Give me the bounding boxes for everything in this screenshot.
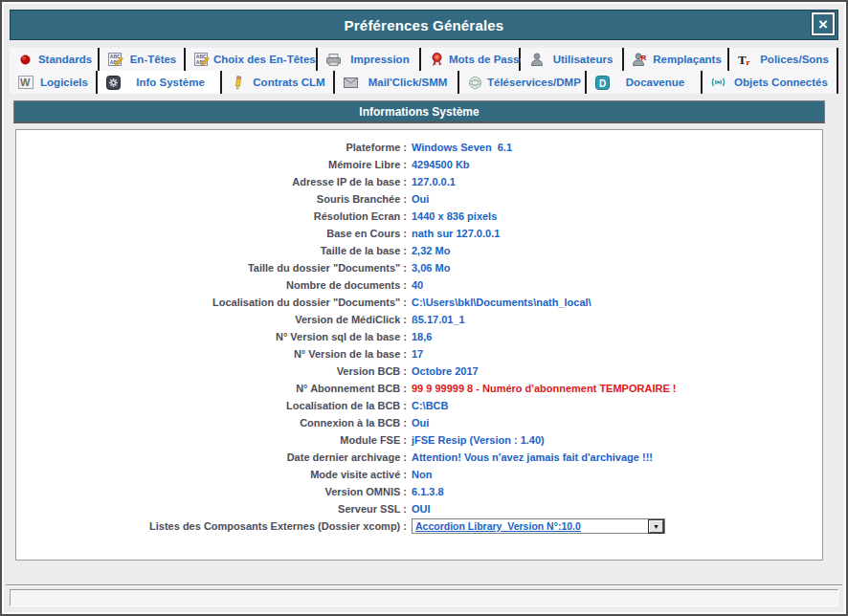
w-letter-icon: W	[16, 76, 34, 89]
info-label: Date dernier archivage :	[16, 451, 407, 463]
tab-label: Standards	[34, 54, 96, 65]
close-button[interactable]: ×	[812, 12, 835, 35]
seal-icon	[428, 53, 446, 67]
tab-mailclick-smm[interactable]: Mail'Click/SMM	[335, 71, 459, 94]
info-label: Mémoire Libre :	[16, 159, 407, 170]
footer-area	[10, 561, 838, 584]
info-value: nath sur 127.0.0.1	[412, 228, 500, 239]
tab-label: Téléservices/DMP	[484, 77, 584, 88]
info-value: 3,06 Mo	[412, 262, 450, 274]
info-label: Version de MédiClick :	[16, 314, 407, 325]
info-label: Listes des Composants Externes (Dossier …	[16, 520, 407, 532]
tab-remplacants[interactable]: RRemplaçants	[624, 48, 729, 71]
info-row: Version de MédiClick :ß5.17.01_1	[16, 311, 822, 328]
info-row: Mode visite activé :Non	[16, 466, 822, 483]
info-value: OUI	[412, 503, 431, 515]
tab-docavenue[interactable]: DDocavenue	[587, 71, 703, 94]
info-label: N° Abonnement BCB :	[16, 383, 407, 394]
globe-icon	[466, 77, 484, 89]
info-label: Taille du dossier "Documents" :	[16, 262, 407, 274]
svg-text:R: R	[641, 54, 647, 62]
info-row: N° Abonnement BCB :99 9 99999 8 - Numéro…	[16, 380, 822, 397]
titlebar: Préférences Générales ×	[10, 10, 838, 40]
info-value: 17	[412, 348, 423, 360]
info-row: Connexion à la BCB :Oui	[16, 414, 822, 431]
info-label: Souris Branchée :	[16, 193, 407, 205]
tab-teleservices-dmp[interactable]: Téléservices/DMP	[459, 71, 587, 94]
info-value: C:\Users\bkl\Documents\nath_local\	[412, 297, 591, 308]
info-label: Nombre de documents :	[16, 279, 407, 291]
tab-label: En-Têtes	[124, 54, 182, 65]
info-row: Plateforme :Windows Seven 6.1	[16, 139, 822, 156]
user-icon	[527, 53, 546, 66]
dropdown-button[interactable]: ▼	[649, 520, 663, 533]
info-label: Mode visite activé :	[16, 469, 407, 480]
tab-choix-en-tetes[interactable]: ABCABCChoix des En-Têtes	[186, 48, 318, 71]
red-dot-icon	[16, 55, 34, 65]
info-row: Date dernier archivage :Attention! Vous …	[16, 449, 822, 466]
tab-utilisateurs[interactable]: Utilisateurs	[521, 48, 624, 71]
tab-objets-connectes[interactable]: Objets Connectés	[703, 71, 838, 94]
info-value: Octobre 2017	[412, 365, 479, 377]
tab-label: Mots de Passe	[446, 54, 528, 65]
info-label: Version OMNIS :	[16, 486, 407, 497]
tab-label: Logiciels	[34, 77, 94, 88]
xcomp-row: Listes des Composants Externes (Dossier …	[16, 517, 822, 535]
tab-polices-sons[interactable]: TrPolices/Sons	[729, 48, 838, 71]
info-row: Adresse IP de la base :127.0.0.1	[16, 173, 822, 190]
tab-label: Objets Connectés	[727, 77, 835, 88]
close-icon: ×	[818, 16, 828, 33]
divider	[6, 584, 842, 586]
docavenue-d-icon: D	[593, 76, 612, 90]
info-value: 4294500 Kb	[412, 159, 470, 170]
info-label: Taille de la base :	[16, 245, 407, 256]
info-value: 18,6	[412, 331, 432, 342]
info-label: N° Version de la base :	[16, 348, 407, 360]
tab-en-tetes[interactable]: ABCABCEn-Têtes	[100, 48, 186, 71]
info-row: Module FSE :jFSE Resip (Version : 1.40)	[16, 431, 822, 449]
tab-bar-row2: WLogicielsInfo SystèmeContrats CLMMail'C…	[10, 71, 838, 94]
pencil-icon	[229, 76, 247, 90]
info-row: Serveur SSL :OUI	[16, 500, 822, 517]
wifi-icon	[709, 77, 727, 88]
mail-icon	[342, 77, 360, 88]
info-value: 1440 x 836 pixels	[412, 210, 497, 222]
info-label: Version BCB :	[16, 365, 407, 377]
info-label: N° Version sql de la base :	[16, 331, 407, 342]
info-label: Localisation du dossier "Documents" :	[16, 297, 407, 308]
tab-logiciels[interactable]: WLogiciels	[10, 71, 98, 94]
info-value: jFSE Resip (Version : 1.40)	[412, 434, 545, 446]
tab-mots-de-passe[interactable]: Mots de Passe	[421, 48, 521, 71]
info-row: Localisation du dossier "Documents" :C:\…	[16, 294, 822, 311]
section-title: Informations Système	[359, 105, 479, 119]
info-value: Non	[412, 469, 432, 480]
tab-info-systeme[interactable]: Info Système	[98, 71, 222, 94]
info-row: Nombre de documents :40	[16, 276, 822, 294]
status-bar	[10, 589, 838, 606]
info-row: Taille du dossier "Documents" :3,06 Mo	[16, 259, 822, 276]
tab-label: Polices/Sons	[754, 54, 835, 65]
info-label: Adresse IP de la base :	[16, 176, 407, 187]
info-row: Résolution Ecran :1440 x 836 pixels	[16, 208, 822, 225]
info-row: Localisation de la BCB :C:\BCB	[16, 397, 822, 414]
tab-label: Remplaçants	[649, 54, 725, 65]
info-row: Version OMNIS :6.1.3.8	[16, 483, 822, 500]
tab-label: Impression	[343, 54, 417, 65]
info-label: Serveur SSL :	[16, 503, 407, 515]
info-row: Version BCB :Octobre 2017	[16, 363, 822, 380]
tab-impression[interactable]: Impression	[318, 48, 421, 71]
svg-text:W: W	[20, 77, 31, 88]
preferences-window: Préférences Générales × StandardsABCABCE…	[0, 0, 848, 616]
info-value: 2,32 Mo	[412, 245, 450, 256]
info-value: 40	[412, 279, 423, 291]
tab-label: Info Système	[123, 77, 218, 88]
info-value: Oui	[412, 193, 429, 205]
xcomp-dropdown[interactable]: Accordion Library Version N°:10.0 ▼	[412, 518, 665, 534]
tab-label: Choix des En-Têtes	[211, 54, 319, 65]
printer-icon	[324, 54, 343, 66]
tab-bar-row1: StandardsABCABCEn-TêtesABCABCChoix des E…	[10, 48, 838, 71]
info-label: Résolution Ecran :	[16, 210, 407, 222]
tab-label: Mail'Click/SMM	[360, 77, 456, 88]
tab-standards[interactable]: Standards	[10, 48, 100, 71]
tab-contrats-clm[interactable]: Contrats CLM	[222, 71, 335, 94]
